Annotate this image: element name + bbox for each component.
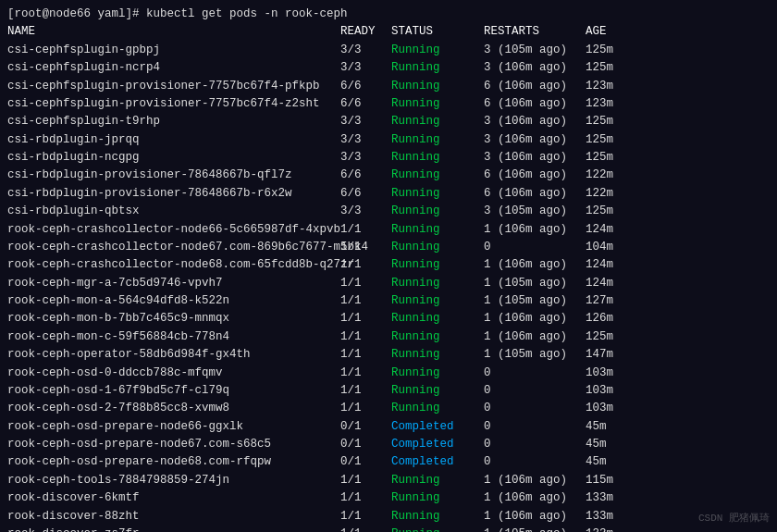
col-header-name: NAME — [7, 23, 340, 41]
pod-ready: 3/3 — [340, 149, 391, 167]
pod-name: rook-ceph-osd-prepare-node66-ggxlk — [7, 418, 340, 436]
pod-age: 103m — [586, 382, 613, 400]
pod-age: 125m — [586, 113, 613, 130]
pod-name: rook-ceph-operator-58db6d984f-gx4th — [7, 346, 340, 364]
pod-status: Running — [391, 167, 484, 184]
pod-name: csi-rbdplugin-provisioner-78648667b-qfl7… — [7, 167, 340, 184]
command-line: [root@node66 yaml]# kubectl get pods -n … — [7, 6, 770, 23]
pod-age: 103m — [586, 365, 613, 382]
pod-row: csi-rbdplugin-provisioner-78648667b-qfl7… — [7, 167, 770, 184]
pod-ready: 3/3 — [340, 59, 391, 77]
pod-age: 124m — [586, 256, 613, 274]
pod-restarts: 6 (106m ago) — [484, 185, 586, 203]
pod-row: rook-ceph-crashcollector-node67.com-869b… — [7, 239, 770, 256]
pod-name: rook-ceph-osd-0-ddccb788c-mfqmv — [7, 365, 340, 382]
pod-name: rook-ceph-mon-a-564c94dfd8-k522n — [7, 292, 340, 310]
pod-status: Running — [391, 203, 484, 220]
pod-status: Running — [391, 292, 484, 310]
pod-status: Running — [391, 400, 484, 417]
pod-ready: 1/1 — [340, 382, 391, 400]
pod-row: rook-discover-88zht1/1Running1 (106m ago… — [7, 508, 770, 526]
pod-status: Running — [391, 131, 484, 149]
pod-age: 133m — [586, 489, 613, 507]
command-text: [root@node66 yaml]# kubectl get pods -n … — [7, 6, 348, 23]
pod-status: Running — [391, 328, 484, 346]
pod-age: 122m — [586, 185, 613, 203]
pod-status: Running — [391, 239, 484, 256]
pod-ready: 1/1 — [340, 526, 391, 532]
pod-age: 133m — [586, 508, 613, 526]
pod-status: Running — [391, 59, 484, 77]
pod-ready: 3/3 — [340, 42, 391, 59]
pod-age: 126m — [586, 310, 613, 328]
pod-row: rook-ceph-osd-prepare-node67.com-s68c50/… — [7, 436, 770, 453]
pod-row: csi-rbdplugin-qbtsx3/3Running3 (105m ago… — [7, 203, 770, 220]
pod-ready: 1/1 — [340, 365, 391, 382]
pod-ready: 1/1 — [340, 221, 391, 239]
pod-ready: 1/1 — [340, 400, 391, 417]
pod-age: 45m — [586, 418, 607, 436]
pod-restarts: 3 (105m ago) — [484, 203, 586, 220]
pod-name: csi-rbdplugin-jprqq — [7, 131, 340, 149]
pod-ready: 3/3 — [340, 113, 391, 130]
pod-age: 125m — [586, 149, 613, 167]
pod-name: rook-ceph-osd-prepare-node68.com-rfqpw — [7, 453, 340, 471]
pod-ready: 1/1 — [340, 292, 391, 310]
pod-restarts: 6 (106m ago) — [484, 95, 586, 113]
pod-status: Running — [391, 113, 484, 130]
pod-row: rook-ceph-mon-a-564c94dfd8-k522n1/1Runni… — [7, 292, 770, 310]
pod-name: rook-ceph-crashcollector-node66-5c665987… — [7, 221, 340, 239]
pod-age: 125m — [586, 328, 613, 346]
pod-name: rook-ceph-mgr-a-7cb5d9746-vpvh7 — [7, 275, 340, 292]
pod-row: rook-ceph-osd-0-ddccb788c-mfqmv1/1Runnin… — [7, 365, 770, 382]
terminal-window: [root@node66 yaml]# kubectl get pods -n … — [0, 0, 777, 532]
pod-status: Running — [391, 185, 484, 203]
pod-restarts: 0 — [484, 436, 586, 453]
pod-ready: 3/3 — [340, 131, 391, 149]
pod-row: csi-cephfsplugin-provisioner-7757bc67f4-… — [7, 95, 770, 113]
pod-status: Completed — [391, 453, 484, 471]
pod-row: rook-ceph-mon-c-59f56884cb-778n41/1Runni… — [7, 328, 770, 346]
pod-ready: 1/1 — [340, 346, 391, 364]
pod-ready: 1/1 — [340, 472, 391, 489]
pod-name: csi-cephfsplugin-ncrp4 — [7, 59, 340, 77]
pod-row: rook-discover-6kmtf1/1Running1 (106m ago… — [7, 489, 770, 507]
pod-age: 127m — [586, 292, 613, 310]
pod-name: rook-ceph-mon-b-7bb7c465c9-mnmqx — [7, 310, 340, 328]
pod-ready: 0/1 — [340, 453, 391, 471]
pod-age: 123m — [586, 95, 613, 113]
pod-name: rook-ceph-osd-prepare-node67.com-s68c5 — [7, 436, 340, 453]
pod-age: 45m — [586, 436, 607, 453]
pod-restarts: 3 (106m ago) — [484, 149, 586, 167]
pod-restarts: 3 (106m ago) — [484, 131, 586, 149]
pod-row: rook-ceph-osd-prepare-node68.com-rfqpw0/… — [7, 453, 770, 471]
pod-status: Running — [391, 42, 484, 59]
pod-status: Running — [391, 95, 484, 113]
pod-age: 122m — [586, 167, 613, 184]
pod-restarts: 3 (105m ago) — [484, 42, 586, 59]
pod-restarts: 1 (106m ago) — [484, 256, 586, 274]
pod-status: Running — [391, 78, 484, 95]
pod-name: csi-cephfsplugin-t9rhp — [7, 113, 340, 130]
pod-ready: 6/6 — [340, 95, 391, 113]
pod-row: rook-ceph-crashcollector-node66-5c665987… — [7, 221, 770, 239]
pod-name: csi-rbdplugin-provisioner-78648667b-r6x2… — [7, 185, 340, 203]
pod-row: csi-cephfsplugin-ncrp43/3Running3 (106m … — [7, 59, 770, 77]
pod-restarts: 1 (106m ago) — [484, 472, 586, 489]
pod-status: Running — [391, 256, 484, 274]
pod-restarts: 6 (106m ago) — [484, 167, 586, 184]
pod-name: rook-ceph-osd-1-67f9bd5c7f-cl79q — [7, 382, 340, 400]
pod-ready: 1/1 — [340, 310, 391, 328]
pod-name: rook-ceph-mon-c-59f56884cb-778n4 — [7, 328, 340, 346]
pod-row: rook-ceph-osd-1-67f9bd5c7f-cl79q1/1Runni… — [7, 382, 770, 400]
pod-table-body: csi-cephfsplugin-gpbpj3/3Running3 (105m … — [7, 42, 770, 532]
pod-status: Running — [391, 526, 484, 532]
pod-row: csi-rbdplugin-ncgpg3/3Running3 (106m ago… — [7, 149, 770, 167]
pod-name: rook-discover-zs7fr — [7, 526, 340, 532]
pod-restarts: 0 — [484, 239, 586, 256]
pod-status: Running — [391, 275, 484, 292]
pod-row: rook-ceph-crashcollector-node68.com-65fc… — [7, 256, 770, 274]
col-header-age: AGE — [586, 23, 607, 41]
pod-ready: 1/1 — [340, 239, 391, 256]
pod-row: rook-ceph-mgr-a-7cb5d9746-vpvh71/1Runnin… — [7, 275, 770, 292]
